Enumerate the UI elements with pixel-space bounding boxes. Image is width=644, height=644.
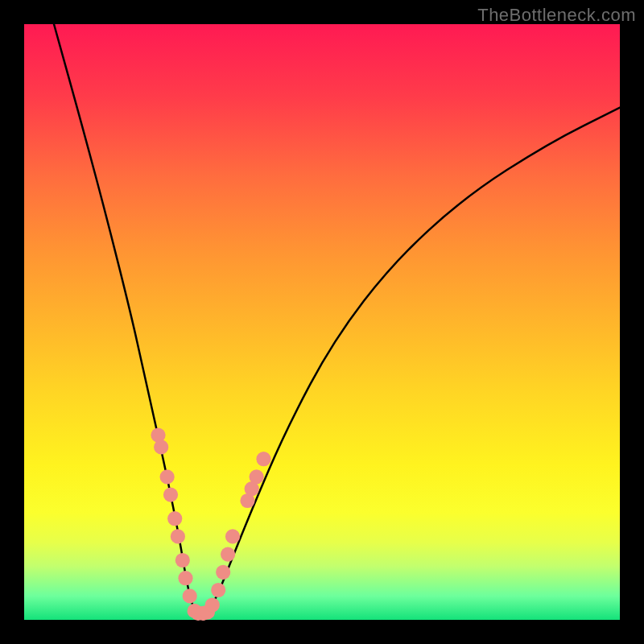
right-dots bbox=[211, 583, 225, 597]
curve-layer bbox=[24, 24, 620, 620]
curve-markers bbox=[151, 428, 270, 621]
left-dots bbox=[175, 553, 190, 568]
right-dots bbox=[225, 529, 240, 543]
right-dots bbox=[205, 597, 220, 612]
left-dots bbox=[160, 469, 175, 484]
left-dots bbox=[163, 488, 178, 502]
right-dots bbox=[250, 469, 264, 484]
chart-frame: TheBottleneck.com bbox=[0, 0, 644, 644]
left-dots bbox=[154, 440, 168, 454]
watermark-text: TheBottleneck.com bbox=[477, 5, 636, 26]
left-dots bbox=[167, 511, 182, 526]
bottleneck-curve bbox=[54, 24, 620, 614]
right-dots bbox=[216, 565, 230, 580]
left-dots bbox=[178, 571, 192, 585]
left-dots bbox=[171, 529, 185, 543]
plot-area bbox=[24, 24, 620, 620]
right-dots bbox=[256, 452, 270, 466]
left-dots bbox=[183, 588, 197, 603]
right-dots bbox=[221, 547, 235, 562]
